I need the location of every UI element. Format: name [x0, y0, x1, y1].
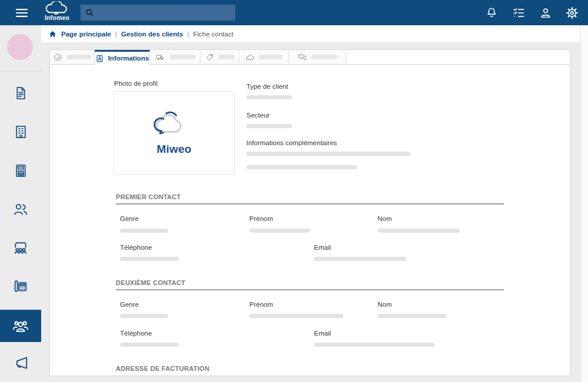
avatar[interactable] — [7, 34, 33, 60]
building-icon — [13, 124, 29, 140]
search-input[interactable] — [98, 9, 231, 17]
miweo-cloud-icon — [147, 110, 201, 144]
email-value-skeleton — [314, 343, 435, 347]
breadcrumb-separator: | — [115, 31, 117, 38]
sidebar-item-reunions[interactable] — [0, 232, 41, 264]
photo-label: Photo de profil — [114, 79, 158, 88]
genre-label: Genre — [120, 300, 139, 309]
topbar-actions — [485, 0, 579, 25]
sidebar — [0, 25, 41, 382]
email-label: Email — [314, 329, 331, 337]
genre-value-skeleton — [120, 314, 168, 318]
audience-icon — [12, 240, 29, 256]
breadcrumb-current: Fiche contact — [193, 31, 233, 38]
type-client-label: Type de client — [246, 82, 288, 91]
gear-icon[interactable] — [566, 6, 579, 19]
prenom-value-skeleton — [249, 229, 310, 233]
email-value-skeleton — [314, 257, 406, 261]
nom-value-skeleton — [377, 314, 446, 318]
sidebar-divider — [0, 71, 41, 72]
main-area: Informations — [41, 42, 588, 382]
contact-card: Informations — [49, 49, 570, 376]
sidebar-item-documents[interactable] — [0, 76, 41, 109]
prenom-label: Prénom — [249, 300, 273, 309]
nom-label: Nom — [377, 215, 392, 223]
app-window: Infomeo Page principale | Ge — [0, 0, 588, 382]
bell-icon[interactable] — [485, 6, 498, 19]
nom-value-skeleton — [377, 229, 460, 233]
telephone-label: Téléphone — [120, 243, 152, 252]
document-icon — [13, 85, 29, 101]
deuxieme-contact-title: DEUXIÈME CONTACT — [116, 279, 504, 286]
deuxieme-contact-divider — [116, 289, 504, 290]
vertical-scrollbar[interactable] — [580, 25, 588, 382]
home-icon[interactable] — [48, 30, 57, 38]
telephone-value-skeleton — [120, 343, 179, 347]
email-label: Email — [314, 243, 331, 252]
premier-contact-title: PREMIER CONTACT — [116, 193, 504, 200]
sidebar-item-contacts[interactable] — [0, 193, 41, 226]
breadcrumb: Page principale | Gestion des clients | … — [41, 25, 588, 42]
informations-panel: Photo de profil Miweo Type de client Sec… — [50, 50, 570, 376]
infos-complementaires-label: Informations complémentaires — [246, 139, 337, 147]
prenom-label: Prénom — [249, 215, 273, 223]
infos-value-skeleton — [246, 165, 357, 169]
premier-contact-divider — [116, 203, 504, 205]
adresse-facturation-title: ADRESSE DE FACTURATION — [116, 365, 504, 372]
breadcrumb-page-principale[interactable]: Page principale — [61, 31, 111, 38]
telephone-label: Téléphone — [120, 329, 152, 337]
global-search[interactable] — [81, 5, 235, 21]
miweo-logo-text: Miweo — [156, 143, 191, 156]
group-icon — [12, 317, 29, 335]
user-icon[interactable] — [539, 6, 552, 19]
secteur-label: Secteur — [246, 111, 270, 119]
checklist-icon[interactable] — [512, 6, 526, 19]
calculator-icon — [13, 163, 29, 179]
sidebar-item-campagnes[interactable] — [0, 346, 41, 379]
breadcrumb-separator: | — [187, 31, 189, 38]
prenom-value-skeleton — [249, 314, 343, 318]
type-client-value-skeleton — [246, 95, 292, 99]
menu-icon[interactable] — [13, 5, 31, 21]
topbar: Infomeo — [0, 0, 588, 25]
infomeo-logo[interactable]: Infomeo — [40, 1, 74, 21]
fax-icon — [12, 278, 29, 294]
nom-label: Nom — [377, 300, 392, 309]
sidebar-item-entreprises[interactable] — [0, 115, 41, 148]
megaphone-icon — [12, 354, 29, 371]
sidebar-item-telephonie[interactable] — [0, 270, 41, 303]
genre-value-skeleton — [120, 229, 168, 233]
infos-value-skeleton — [246, 152, 410, 156]
telephone-value-skeleton — [120, 257, 179, 261]
genre-label: Genre — [120, 215, 139, 223]
brand-name: Infomeo — [45, 14, 69, 21]
breadcrumb-gestion-clients[interactable]: Gestion des clients — [121, 31, 183, 38]
profile-photo[interactable]: Miweo — [113, 91, 235, 175]
secteur-value-skeleton — [246, 124, 292, 128]
sidebar-item-clients[interactable] — [0, 310, 41, 342]
search-icon — [85, 8, 95, 18]
sidebar-item-comptabilite[interactable] — [0, 154, 41, 187]
users-icon — [12, 201, 29, 217]
